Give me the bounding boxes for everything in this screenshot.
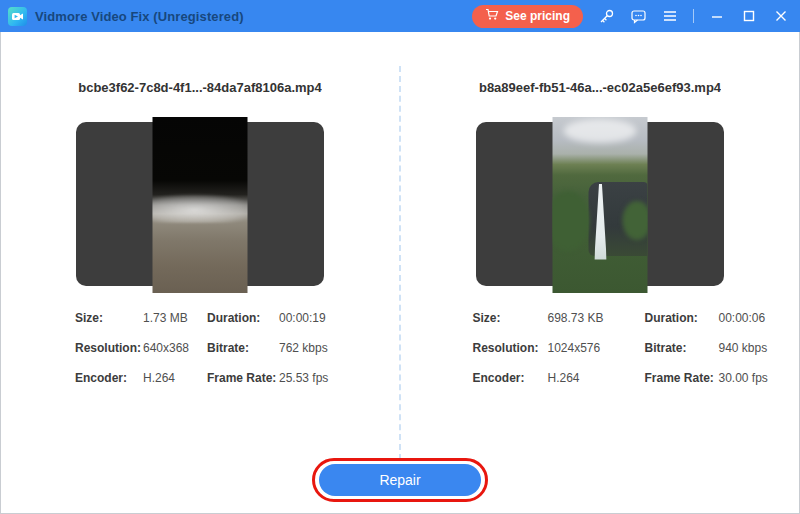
meta-value: H.264 [143,372,207,385]
feedback-icon[interactable] [629,7,647,25]
meta-value: 1.73 MB [143,312,207,325]
meta-label: Resolution: [75,342,143,355]
close-icon[interactable] [772,7,790,25]
meta-value: 30.00 fps [719,372,768,385]
foliage-left [553,191,590,251]
meta-value: 00:00:06 [719,312,768,325]
meta-label: Size: [473,312,548,325]
cart-icon [485,8,499,24]
video-thumbnail-right[interactable] [476,122,724,286]
panel-divider [399,66,401,460]
meta-label: Encoder: [75,372,143,385]
meta-label: Duration: [645,312,719,325]
meta-label: Resolution: [473,342,548,355]
titlebar-left: Vidmore Video Fix (Unregistered) [8,7,244,26]
minimize-icon[interactable] [708,7,726,25]
meta-value: H.264 [548,372,645,385]
titlebar-divider [693,9,694,23]
meta-label: Duration: [207,312,279,325]
annotation-highlight: Repair [312,458,488,502]
maximize-icon[interactable] [740,7,758,25]
repair-button[interactable]: Repair [319,464,481,496]
meta-value: 1024x576 [548,342,645,355]
meta-label: Bitrate: [207,342,279,355]
sky-clouds [564,119,636,144]
meta-value: 25.53 fps [279,372,328,385]
meta-value: 00:00:19 [279,312,328,325]
video-frame-beach [153,117,248,293]
titlebar-right: See pricing [472,5,790,28]
video-panel-right: b8a89eef-fb51-46a...-ec02a5e6ef93.mp4 Si… [400,32,800,514]
see-pricing-button[interactable]: See pricing [472,5,583,28]
meta-label: Bitrate: [645,342,719,355]
video-filename: b8a89eef-fb51-46a...-ec02a5e6ef93.mp4 [479,80,721,95]
meta-value: 940 kbps [719,342,768,355]
meta-label: Size: [75,312,143,325]
meta-value: 762 kbps [279,342,328,355]
see-pricing-label: See pricing [505,9,570,23]
video-frame-waterfall [553,117,648,293]
video-filename: bcbe3f62-7c8d-4f1...-84da7af8106a.mp4 [78,80,322,95]
app-logo-icon [8,7,27,26]
meta-label: Encoder: [473,372,548,385]
foliage-right [623,201,648,240]
video-thumbnail-left[interactable] [76,122,324,286]
content-area: bcbe3f62-7c8d-4f1...-84da7af8106a.mp4 Si… [0,32,800,514]
menu-icon[interactable] [661,7,679,25]
meta-value: 698.73 KB [548,312,645,325]
video-panel-left: bcbe3f62-7c8d-4f1...-84da7af8106a.mp4 Si… [0,32,400,514]
titlebar: Vidmore Video Fix (Unregistered) See pri… [0,0,800,32]
meta-label: Frame Rate: [207,372,279,385]
app-window: Vidmore Video Fix (Unregistered) See pri… [0,0,800,514]
window-title: Vidmore Video Fix (Unregistered) [35,9,244,24]
register-key-icon[interactable] [597,7,615,25]
meta-value: 640x368 [143,342,207,355]
footer: Repair [0,458,800,502]
video-meta-left: Size: 1.73 MB Duration: 00:00:19 Resolut… [75,312,325,385]
video-meta-right: Size: 698.73 KB Duration: 00:00:06 Resol… [473,312,728,385]
wave-foam [153,194,248,222]
meta-label: Frame Rate: [645,372,719,385]
